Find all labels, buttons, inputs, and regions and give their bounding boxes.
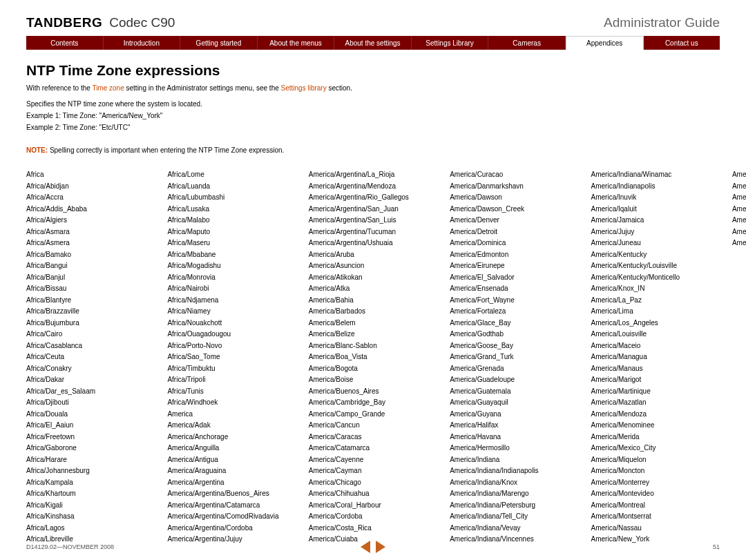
timezone-item: America/Guyana — [450, 409, 578, 421]
timezone-item: America/Jujuy — [591, 226, 720, 238]
timezone-item: America/El_Salvador — [450, 272, 578, 284]
nav-item-getting-started[interactable]: Getting started — [180, 36, 258, 50]
nav-item-cameras[interactable]: Cameras — [488, 36, 566, 50]
content: NTP Time Zone expressions With reference… — [0, 50, 746, 545]
timezone-item: America/Guayaquil — [450, 397, 578, 409]
timezone-item: Africa/Ndjamena — [167, 295, 296, 307]
timezone-item: America/Argentina/Cordoba — [167, 523, 296, 534]
timezone-item: America/Montevideo — [591, 488, 720, 500]
intro-text: With reference to the Time zone setting … — [26, 83, 441, 93]
note: NOTE: Spelling correctly is important wh… — [26, 146, 720, 154]
timezone-item: America/Adak — [167, 420, 296, 432]
timezone-item: America/Jamaica — [591, 215, 720, 226]
timezone-item: America/Grenada — [450, 363, 578, 375]
footer: D14129.02—NOVEMBER 2008 51 — [26, 543, 720, 550]
link-settings-library[interactable]: Settings library — [281, 84, 327, 92]
link-timezone[interactable]: Time zone — [92, 84, 124, 92]
nav-item-about-the-menus[interactable]: About the menus — [258, 36, 335, 50]
timezone-item: America/Coral_Harbour — [309, 500, 437, 512]
timezone-item: Africa/Bangui — [26, 260, 155, 272]
timezone-item: America/Argentina/La_Rioja — [309, 169, 437, 181]
timezone-item: America/Argentina/Mendoza — [309, 181, 437, 193]
intro-mid: setting in the Administrator settings me… — [124, 84, 281, 92]
timezone-item: Africa/Casablanca — [26, 340, 155, 352]
timezone-item: America/Montreal — [591, 500, 720, 512]
timezone-item: Africa/Conakry — [26, 363, 155, 375]
prev-page-icon[interactable] — [361, 541, 370, 553]
timezone-item: America/Nassau — [591, 523, 720, 534]
timezone-item: Africa/Ceuta — [26, 351, 155, 363]
timezone-item: Africa/Accra — [26, 192, 155, 204]
timezone-item: Africa/Asmera — [26, 238, 155, 249]
timezone-item: Africa/Djibouti — [26, 397, 155, 409]
timezone-item: America/Cancun — [309, 420, 437, 432]
timezone-item: Africa/Banjul — [26, 272, 155, 284]
header: TANDBERG Codec C90 Administrator Guide — [0, 0, 746, 36]
timezone-item: America/Atka — [309, 283, 437, 295]
timezone-item: America/Cayman — [309, 465, 437, 477]
timezone-item: Africa/Kigali — [26, 500, 155, 512]
timezone-item: America/Aruba — [309, 249, 437, 261]
timezone-item: America/Hermosillo — [450, 443, 578, 454]
timezone-item: Africa/Mogadishu — [167, 260, 296, 272]
timezone-item: Africa/Luanda — [167, 181, 296, 193]
timezone-item: America/Indiana/Petersburg — [450, 500, 578, 512]
page-title: NTP Time Zone expressions — [26, 62, 720, 79]
timezone-item: America/Knox_IN — [591, 283, 720, 295]
timezone-item: America/Mexico_City — [591, 443, 720, 454]
brand: TANDBERG — [26, 15, 102, 30]
page-number: 51 — [713, 543, 720, 550]
timezone-item: Africa/Maputo — [167, 226, 296, 238]
timezone-item: America/Inuvik — [591, 192, 720, 204]
timezone-item: America/Kentucky/Louisville — [591, 260, 720, 272]
timezone-item: America/Guadeloupe — [450, 374, 578, 386]
timezone-item: America/Fort_Wayne — [450, 295, 578, 307]
timezone-item: Africa/El_Aaiun — [26, 420, 155, 432]
timezone-item: America/Guatemala — [450, 386, 578, 398]
timezone-item: America/North_Dakota/New_Salem — [732, 226, 746, 238]
nav-item-settings-library[interactable]: Settings Library — [412, 36, 489, 50]
timezone-item: America/Havana — [450, 432, 578, 443]
timezone-item: Africa/Bissau — [26, 283, 155, 295]
timezone-item: America/Campo_Grande — [309, 409, 437, 421]
timezone-item: America/Belem — [309, 318, 437, 329]
timezone-item: Africa/Addis_Ababa — [26, 204, 155, 215]
nav-item-introduction[interactable]: Introduction — [104, 36, 181, 50]
nav-item-appendices[interactable]: Appendices — [566, 36, 644, 50]
timezone-item: America/Noronha — [732, 192, 746, 204]
timezone-item: Africa/Lusaka — [167, 204, 296, 215]
timezone-item: America/Argentina/Tucuman — [309, 226, 437, 238]
timezone-item: America/Denver — [450, 215, 578, 226]
timezone-item: America/Ensenada — [450, 283, 578, 295]
timezone-item: America/Moncton — [591, 465, 720, 477]
timezone-item: America/Anguilla — [167, 443, 296, 454]
timezone-item: Africa/Lome — [167, 169, 296, 181]
timezone-item: Africa/Dakar — [26, 374, 155, 386]
timezone-item: America/Argentina/San_Luis — [309, 215, 437, 226]
timezone-item: America/Argentina/Ushuaia — [309, 238, 437, 249]
next-page-icon[interactable] — [376, 541, 385, 553]
timezone-item: America/Los_Angeles — [591, 318, 720, 329]
timezone-item: America/Bogota — [309, 363, 437, 375]
timezone-item: Africa — [26, 169, 155, 181]
spec-text: Specifies the NTP time zone where the sy… — [26, 100, 720, 108]
timezone-item: America/Chicago — [309, 477, 437, 489]
guide-label: Administrator Guide — [604, 15, 720, 30]
timezone-item: America/Argentina/San_Juan — [309, 204, 437, 215]
timezone-item: Africa/Khartoum — [26, 488, 155, 500]
timezone-item: Africa/Nairobi — [167, 283, 296, 295]
timezone-item: America/Dominica — [450, 238, 578, 249]
timezone-item: America/Iqaluit — [591, 204, 720, 215]
nav-item-contact-us[interactable]: Contact us — [644, 36, 720, 50]
timezone-item: Africa/Algiers — [26, 215, 155, 226]
timezone-item: America/Curacao — [450, 169, 578, 181]
timezone-item: Africa/Johannesburg — [26, 465, 155, 477]
timezone-item: Africa/Blantyre — [26, 295, 155, 307]
timezone-item: America/Juneau — [591, 238, 720, 249]
nav-item-about-the-settings[interactable]: About the settings — [334, 36, 412, 50]
timezone-item: America/Anchorage — [167, 432, 296, 443]
nav-item-contents[interactable]: Contents — [26, 36, 104, 50]
note-text: Spelling correctly is important when ent… — [48, 146, 284, 154]
timezone-item: America/Kentucky — [591, 249, 720, 261]
timezone-item: Africa/Maseru — [167, 238, 296, 249]
